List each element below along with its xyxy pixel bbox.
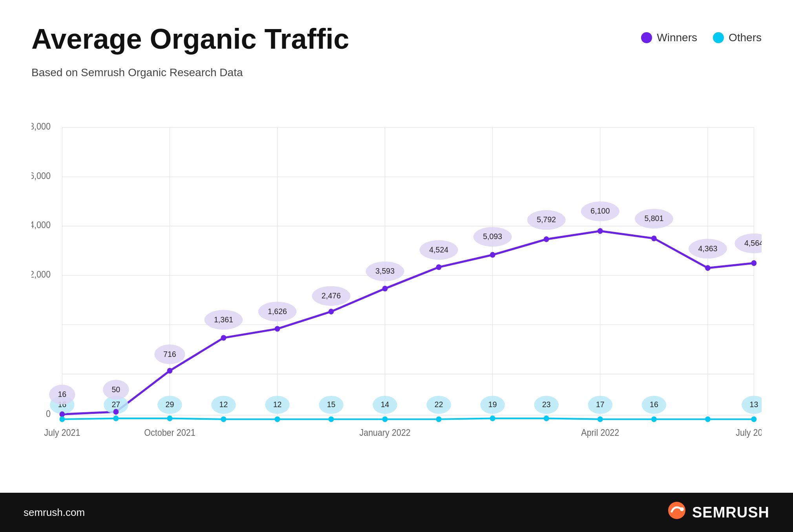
svg-text:4,524: 4,524	[429, 245, 448, 254]
svg-text:July 2021: July 2021	[44, 428, 80, 438]
svg-text:12: 12	[273, 400, 282, 409]
footer: semrush.com SEMRUSH	[0, 493, 793, 532]
svg-point-86	[436, 264, 442, 270]
svg-text:5,093: 5,093	[483, 232, 502, 241]
svg-text:October 2021: October 2021	[144, 428, 195, 438]
svg-text:15: 15	[327, 400, 336, 409]
svg-text:23: 23	[542, 400, 551, 409]
svg-point-83	[275, 326, 280, 332]
svg-text:716: 716	[163, 349, 176, 358]
svg-text:19: 19	[488, 400, 497, 409]
svg-text:5,792: 5,792	[537, 215, 556, 224]
svg-point-89	[597, 228, 603, 234]
svg-point-94	[113, 416, 119, 422]
svg-point-103	[597, 417, 603, 422]
svg-point-90	[651, 236, 657, 241]
svg-point-98	[329, 417, 334, 422]
svg-point-102	[544, 416, 549, 422]
svg-text:50: 50	[111, 385, 120, 394]
svg-point-95	[167, 416, 173, 422]
others-label: Others	[729, 31, 762, 44]
svg-text:0: 0	[46, 409, 51, 419]
winners-dot	[641, 32, 652, 43]
svg-text:29: 29	[166, 400, 174, 409]
winners-label: Winners	[657, 31, 697, 44]
legend: Winners Others	[641, 31, 762, 44]
svg-text:16: 16	[58, 390, 66, 399]
svg-text:1,361: 1,361	[214, 315, 233, 324]
svg-text:April 2022: April 2022	[581, 428, 619, 438]
svg-text:2,476: 2,476	[322, 291, 341, 300]
svg-point-99	[382, 417, 388, 422]
semrush-logo: SEMRUSH	[667, 501, 769, 524]
legend-others: Others	[713, 31, 762, 44]
svg-text:6,100: 6,100	[590, 207, 610, 216]
svg-point-81	[167, 368, 173, 374]
svg-point-82	[221, 335, 227, 341]
svg-point-101	[490, 416, 495, 422]
svg-text:16: 16	[650, 400, 658, 409]
svg-text:17: 17	[596, 400, 605, 409]
svg-text:5,801: 5,801	[644, 214, 663, 223]
svg-text:8,000: 8,000	[31, 121, 51, 132]
svg-point-100	[436, 417, 442, 422]
svg-text:January 2022: January 2022	[359, 428, 410, 438]
chart-subtitle: Based on Semrush Organic Research Data	[31, 66, 762, 79]
svg-text:12: 12	[219, 400, 228, 409]
svg-text:22: 22	[435, 400, 443, 409]
svg-text:14: 14	[381, 400, 389, 409]
svg-point-104	[651, 417, 657, 422]
svg-text:6,000: 6,000	[31, 171, 51, 181]
legend-winners: Winners	[641, 31, 697, 44]
svg-text:4,363: 4,363	[698, 244, 717, 253]
svg-text:4,564: 4,564	[744, 239, 762, 248]
svg-point-92	[751, 260, 757, 266]
svg-point-97	[275, 417, 280, 422]
svg-text:July 2022: July 2022	[736, 428, 762, 438]
semrush-brand-name: SEMRUSH	[692, 504, 769, 521]
svg-point-93	[59, 417, 65, 422]
svg-text:27: 27	[111, 400, 120, 409]
footer-url: semrush.com	[24, 506, 85, 519]
svg-text:4,000: 4,000	[31, 220, 51, 230]
svg-text:13: 13	[750, 400, 758, 409]
svg-point-108	[680, 507, 684, 511]
svg-point-88	[544, 236, 549, 242]
svg-point-105	[705, 417, 711, 422]
svg-text:2,000: 2,000	[31, 269, 51, 280]
svg-point-87	[490, 252, 495, 258]
others-dot	[713, 32, 724, 43]
chart-title: Average Organic Traffic	[31, 24, 349, 55]
svg-point-84	[329, 309, 334, 314]
svg-point-91	[705, 265, 711, 271]
svg-point-106	[751, 417, 757, 422]
svg-point-96	[221, 417, 227, 422]
svg-text:3,593: 3,593	[375, 267, 395, 276]
svg-point-79	[59, 411, 65, 417]
chart-area: 8,000 6,000 4,000 2,000 0 July 2021 Octo…	[31, 95, 762, 448]
semrush-icon	[667, 501, 687, 524]
svg-text:1,626: 1,626	[268, 307, 287, 316]
svg-point-80	[113, 409, 119, 415]
svg-point-85	[382, 286, 388, 292]
